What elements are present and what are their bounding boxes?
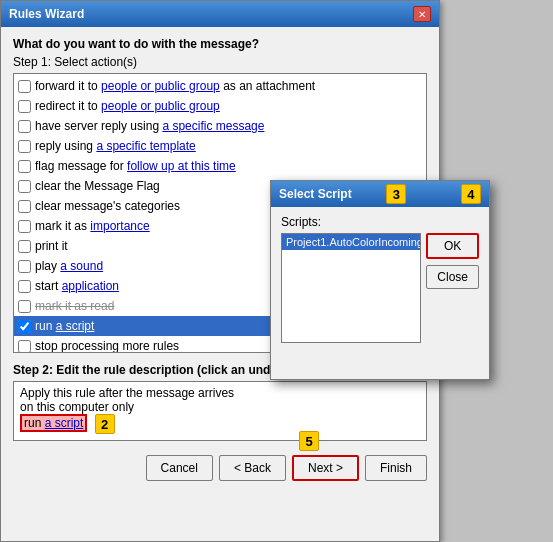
- action-print-text: print it: [35, 237, 68, 255]
- checkbox-redirect[interactable]: [18, 100, 31, 113]
- footer-buttons: Cancel < Back Next > Finish: [13, 449, 427, 481]
- dialog-title: Select Script: [279, 187, 352, 201]
- action-reply[interactable]: reply using a specific template: [14, 136, 426, 156]
- checkbox-server-reply[interactable]: [18, 120, 31, 133]
- finish-button[interactable]: Finish: [365, 455, 427, 481]
- checkbox-stop-processing[interactable]: [18, 340, 31, 353]
- link-redirect-group[interactable]: people or public group: [101, 99, 220, 113]
- window-title: Rules Wizard: [9, 7, 84, 21]
- badge-5: 5: [299, 431, 319, 451]
- checkbox-clear-categories[interactable]: [18, 200, 31, 213]
- checkbox-play-sound[interactable]: [18, 260, 31, 273]
- action-mark-read-text: mark it as read: [35, 297, 114, 315]
- checkbox-print[interactable]: [18, 240, 31, 253]
- checkbox-mark-read[interactable]: [18, 300, 31, 313]
- desc-script-link[interactable]: run a script: [20, 414, 87, 432]
- link-application[interactable]: application: [62, 279, 119, 293]
- action-flag[interactable]: flag message for follow up at this time: [14, 156, 426, 176]
- link-desc-script[interactable]: a script: [45, 416, 84, 430]
- action-forward-text: forward it to people or public group as …: [35, 77, 315, 95]
- dialog-buttons: OK Close: [426, 233, 479, 289]
- link-follow-up[interactable]: follow up at this time: [127, 159, 236, 173]
- back-button[interactable]: < Back: [219, 455, 286, 481]
- action-reply-text: reply using a specific template: [35, 137, 196, 155]
- cancel-button[interactable]: Cancel: [146, 455, 213, 481]
- action-stop-processing-text: stop processing more rules: [35, 337, 179, 353]
- link-specific-message[interactable]: a specific message: [162, 119, 264, 133]
- close-button[interactable]: Close: [426, 265, 479, 289]
- scripts-label: Scripts:: [281, 215, 479, 229]
- step1-subtitle: Step 1: Select action(s): [13, 55, 427, 69]
- select-script-dialog: Select Script 3 4 Scripts: Project1.Auto…: [270, 180, 490, 380]
- link-importance[interactable]: importance: [90, 219, 149, 233]
- action-redirect[interactable]: redirect it to people or public group: [14, 96, 426, 116]
- action-mark-importance-text: mark it as importance: [35, 217, 150, 235]
- badge-2: 2: [95, 414, 115, 434]
- action-flag-text: flag message for follow up at this time: [35, 157, 236, 175]
- action-play-sound-text: play a sound: [35, 257, 103, 275]
- action-clear-categories-text: clear message's categories: [35, 197, 180, 215]
- checkbox-clear-flag[interactable]: [18, 180, 31, 193]
- dialog-content: Scripts: Project1.AutoColorIncomingMeeti…: [271, 207, 489, 351]
- dialog-title-bar: Select Script 3 4: [271, 181, 489, 207]
- checkbox-run-script[interactable]: [18, 320, 31, 333]
- action-clear-flag-text: clear the Message Flag: [35, 177, 160, 195]
- scripts-listbox[interactable]: Project1.AutoColorIncomingMeetin: [281, 233, 421, 343]
- checkbox-flag[interactable]: [18, 160, 31, 173]
- next-button[interactable]: Next >: [292, 455, 359, 481]
- link-specific-template[interactable]: a specific template: [96, 139, 195, 153]
- script-item[interactable]: Project1.AutoColorIncomingMeetin: [282, 234, 420, 250]
- link-sound[interactable]: a sound: [60, 259, 103, 273]
- action-start-app-text: start application: [35, 277, 119, 295]
- dialog-body: Project1.AutoColorIncomingMeetin OK Clos…: [281, 233, 479, 343]
- ok-button[interactable]: OK: [426, 233, 479, 259]
- link-script[interactable]: a script: [56, 319, 95, 333]
- step1-question: What do you want to do with the message?: [13, 37, 427, 51]
- title-bar: Rules Wizard ✕: [1, 1, 439, 27]
- action-server-reply[interactable]: have server reply using a specific messa…: [14, 116, 426, 136]
- checkbox-reply[interactable]: [18, 140, 31, 153]
- link-people-group[interactable]: people or public group: [101, 79, 220, 93]
- checkbox-mark-importance[interactable]: [18, 220, 31, 233]
- action-server-reply-text: have server reply using a specific messa…: [35, 117, 264, 135]
- action-redirect-text: redirect it to people or public group: [35, 97, 220, 115]
- action-run-script-text: run a script: [35, 317, 94, 335]
- description-box: Apply this rule after the message arrive…: [13, 381, 427, 441]
- action-forward[interactable]: forward it to people or public group as …: [14, 76, 426, 96]
- desc-text-2: on this computer only: [20, 400, 134, 414]
- window-controls: ✕: [413, 6, 431, 22]
- checkbox-forward[interactable]: [18, 80, 31, 93]
- desc-text-1: Apply this rule after the message arrive…: [20, 386, 234, 400]
- badge-3: 3: [386, 184, 406, 204]
- checkbox-start-app[interactable]: [18, 280, 31, 293]
- badge-4: 4: [461, 184, 481, 204]
- close-btn[interactable]: ✕: [413, 6, 431, 22]
